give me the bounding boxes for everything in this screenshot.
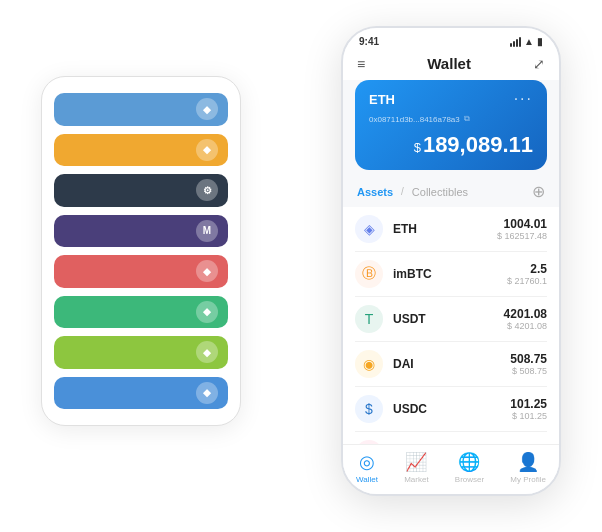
assets-tabs: Assets / Collectibles ⊕ — [343, 178, 559, 207]
asset-usd-usdt: $ 4201.08 — [504, 321, 547, 331]
asset-usd-dai: $ 508.75 — [510, 366, 547, 376]
asset-values-imbtc: 2.5$ 21760.1 — [507, 262, 547, 286]
nav-icon-browser: 🌐 — [458, 451, 480, 473]
signal-icon — [510, 37, 521, 47]
bottom-nav: ◎Wallet📈Market🌐Browser👤My Profile — [343, 444, 559, 494]
asset-values-usdt: 4201.08$ 4201.08 — [504, 307, 547, 331]
scan-icon[interactable]: ⤢ — [533, 56, 545, 72]
asset-usd-usdc: $ 101.25 — [510, 411, 547, 421]
asset-name-imbtc: imBTC — [393, 267, 497, 281]
card-row-7[interactable]: ◆ — [54, 377, 228, 410]
eth-card-label: ETH — [369, 92, 395, 107]
phone: 9:41 ▲ ▮ ≡ Wallet ⤢ ETH — [341, 26, 561, 496]
asset-list: ◈ETH1004.01$ 162517.48ⒷimBTC2.5$ 21760.1… — [343, 207, 559, 444]
card-row-icon-7: ◆ — [196, 382, 218, 404]
scene: ◆◆⚙M◆◆◆◆ 9:41 ▲ ▮ ≡ Wallet ⤢ — [21, 16, 581, 516]
menu-icon[interactable]: ≡ — [357, 56, 365, 72]
card-row-icon-6: ◆ — [196, 341, 218, 363]
battery-icon: ▮ — [537, 36, 543, 47]
card-row-icon-1: ◆ — [196, 139, 218, 161]
nav-label-my-profile: My Profile — [510, 475, 546, 484]
list-item[interactable]: ◈ETH1004.01$ 162517.48 — [355, 207, 547, 252]
asset-name-usdc: USDC — [393, 402, 500, 416]
asset-icon-usdt: T — [355, 305, 383, 333]
nav-item-wallet[interactable]: ◎Wallet — [356, 451, 378, 484]
asset-name-usdt: USDT — [393, 312, 494, 326]
card-row-4[interactable]: ◆ — [54, 255, 228, 288]
status-icons: ▲ ▮ — [510, 36, 543, 47]
copy-icon[interactable]: ⧉ — [464, 114, 470, 124]
asset-name-dai: DAI — [393, 357, 500, 371]
back-panel: ◆◆⚙M◆◆◆◆ — [41, 76, 241, 426]
asset-icon-usdc: $ — [355, 395, 383, 423]
eth-address: 0x08711d3b...8416a78a3 ⧉ — [369, 114, 533, 124]
list-item[interactable]: $USDC101.25$ 101.25 — [355, 387, 547, 432]
nav-item-browser[interactable]: 🌐Browser — [455, 451, 484, 484]
eth-balance: $189,089.11 — [369, 132, 533, 158]
asset-icon-eth: ◈ — [355, 215, 383, 243]
asset-values-eth: 1004.01$ 162517.48 — [497, 217, 547, 241]
phone-header: ≡ Wallet ⤢ — [343, 51, 559, 80]
asset-values-dai: 508.75$ 508.75 — [510, 352, 547, 376]
status-bar: 9:41 ▲ ▮ — [343, 28, 559, 51]
card-row-icon-3: M — [196, 220, 218, 242]
list-item[interactable]: ◉DAI508.75$ 508.75 — [355, 342, 547, 387]
phone-content: ETH ··· 0x08711d3b...8416a78a3 ⧉ $189,08… — [343, 80, 559, 494]
add-asset-icon[interactable]: ⊕ — [532, 182, 545, 201]
asset-usd-imbtc: $ 21760.1 — [507, 276, 547, 286]
asset-amount-usdt: 4201.08 — [504, 307, 547, 321]
status-time: 9:41 — [359, 36, 379, 47]
nav-label-market: Market — [404, 475, 428, 484]
card-row-icon-2: ⚙ — [196, 179, 218, 201]
nav-item-market[interactable]: 📈Market — [404, 451, 428, 484]
list-item[interactable]: 🌱TFT130 — [355, 432, 547, 444]
nav-icon-wallet: ◎ — [359, 451, 375, 473]
asset-icon-dai: ◉ — [355, 350, 383, 378]
card-row-1[interactable]: ◆ — [54, 134, 228, 167]
list-item[interactable]: TUSDT4201.08$ 4201.08 — [355, 297, 547, 342]
card-row-6[interactable]: ◆ — [54, 336, 228, 369]
card-row-2[interactable]: ⚙ — [54, 174, 228, 207]
asset-name-eth: ETH — [393, 222, 487, 236]
asset-amount-imbtc: 2.5 — [507, 262, 547, 276]
eth-card[interactable]: ETH ··· 0x08711d3b...8416a78a3 ⧉ $189,08… — [355, 80, 547, 170]
eth-card-menu[interactable]: ··· — [514, 90, 533, 108]
nav-item-my-profile[interactable]: 👤My Profile — [510, 451, 546, 484]
wifi-icon: ▲ — [524, 36, 534, 47]
nav-label-browser: Browser — [455, 475, 484, 484]
card-row-icon-4: ◆ — [196, 260, 218, 282]
tab-assets[interactable]: Assets — [357, 186, 393, 198]
asset-icon-imbtc: Ⓑ — [355, 260, 383, 288]
nav-icon-my-profile: 👤 — [517, 451, 539, 473]
asset-usd-eth: $ 162517.48 — [497, 231, 547, 241]
nav-icon-market: 📈 — [405, 451, 427, 473]
card-row-icon-5: ◆ — [196, 301, 218, 323]
card-row-3[interactable]: M — [54, 215, 228, 248]
asset-amount-usdc: 101.25 — [510, 397, 547, 411]
asset-values-usdc: 101.25$ 101.25 — [510, 397, 547, 421]
list-item[interactable]: ⒷimBTC2.5$ 21760.1 — [355, 252, 547, 297]
card-row-5[interactable]: ◆ — [54, 296, 228, 329]
tab-collectibles[interactable]: Collectibles — [412, 186, 468, 198]
nav-label-wallet: Wallet — [356, 475, 378, 484]
card-row-icon-0: ◆ — [196, 98, 218, 120]
asset-amount-eth: 1004.01 — [497, 217, 547, 231]
card-row-0[interactable]: ◆ — [54, 93, 228, 126]
asset-amount-dai: 508.75 — [510, 352, 547, 366]
header-title: Wallet — [427, 55, 471, 72]
